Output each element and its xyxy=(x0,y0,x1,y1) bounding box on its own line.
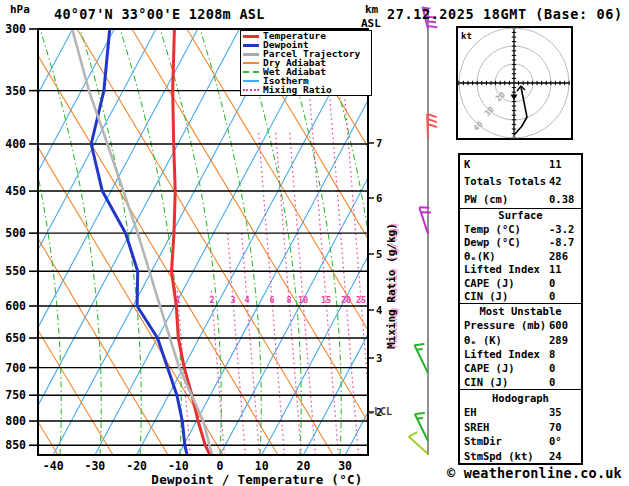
lcl-label: LCL xyxy=(374,406,392,417)
mixing-ratio-value-label: 10 xyxy=(298,295,308,305)
mixing-ratio-value-label: 20 xyxy=(341,295,351,305)
table-row-label: PW (cm) xyxy=(464,193,549,205)
page-title: 40°07'N 33°00'E 1208m ASL xyxy=(54,6,265,22)
table-row-label: CAPE (J) xyxy=(464,362,549,374)
table-row-value: 0 xyxy=(549,362,581,374)
mixing-ratio-value-label: 15 xyxy=(321,295,331,305)
mixing-ratio-axis-label: Mixing Ratio (g/kg) xyxy=(385,223,398,349)
mixing-ratio-value-label: 25 xyxy=(356,295,366,305)
table-section-header: Most Unstable xyxy=(460,305,581,317)
table-row: Lifted Index8 xyxy=(460,348,581,360)
series-line xyxy=(72,29,212,455)
table-row-label: CIN (J) xyxy=(464,290,549,302)
pressure-tick-label: 750 xyxy=(5,388,26,402)
pressure-tick-label: 600 xyxy=(5,299,26,313)
mixing-ratio-value-label: 1 xyxy=(175,295,180,305)
x-axis-title: Dewpoint / Temperature (°C) xyxy=(151,472,362,486)
table-row-value: -8.7 xyxy=(549,236,581,248)
table-row: EH35 xyxy=(460,406,581,418)
table-section-most-unstable: Most UnstablePressure (mb)600θₑ (K)289Li… xyxy=(460,303,581,389)
table-row-label: Temp (°C) xyxy=(464,223,549,235)
km-tick-label: 7 xyxy=(376,137,382,149)
table-row: Pressure (mb)600 xyxy=(460,319,581,331)
table-row-label: StmSpd (kt) xyxy=(464,450,549,462)
table-row-value: 289 xyxy=(549,334,581,346)
hodograph: 203040kt xyxy=(456,26,574,140)
wind-barb xyxy=(415,413,428,441)
legend-swatch-thick xyxy=(243,44,259,47)
mixing-ratio-value-label: 2 xyxy=(209,295,214,305)
barb-full xyxy=(415,413,425,414)
legend-label: Mixing Ratio xyxy=(263,86,332,94)
barb-full xyxy=(414,344,424,345)
barb-half xyxy=(417,349,423,350)
skewt-sounding-app: 3003504004505005506006507007508008501234… xyxy=(0,0,629,486)
legend-swatch-thick xyxy=(243,53,259,56)
table-row-value: 286 xyxy=(549,250,581,262)
table-row-label: EH xyxy=(464,406,549,418)
copyright-label: © weatheronline.co.uk xyxy=(447,465,622,481)
table-row-value: 24 xyxy=(549,450,581,462)
table-row: Dewp (°C)-8.7 xyxy=(460,236,581,248)
table-row-value: 11 xyxy=(549,158,581,170)
dry-adiabat-line xyxy=(0,29,3,455)
table-row-label: Totals Totals xyxy=(464,175,549,187)
km-tick-label: 4 xyxy=(376,304,382,316)
table-row-label: Pressure (mb) xyxy=(464,319,549,331)
table-row-value: 0 xyxy=(549,277,581,289)
x-tick-label: -10 xyxy=(168,459,189,473)
hodograph-unit-label: kt xyxy=(461,31,472,41)
series-parcel-trajectory xyxy=(72,29,212,455)
pressure-tick-label: 350 xyxy=(5,84,26,98)
barb-shaft xyxy=(409,437,428,454)
mixing-ratio-value-label: 4 xyxy=(244,295,249,305)
wind-barb xyxy=(414,344,428,373)
legend-swatch-dashed xyxy=(243,71,259,73)
table-row: PW (cm)0.38 xyxy=(460,193,581,205)
indices-table: K11Totals Totals42PW (cm)0.38SurfaceTemp… xyxy=(458,153,583,465)
table-section: K11Totals Totals42PW (cm)0.38 xyxy=(460,155,581,208)
pressure-tick-label: 450 xyxy=(5,184,26,198)
legend-swatch-dotted xyxy=(243,89,259,91)
table-row-value: 600 xyxy=(549,319,581,331)
table-section-surface: SurfaceTemp (°C)-3.2Dewp (°C)-8.7θₑ(K)28… xyxy=(460,208,581,303)
km-tick-label: 3 xyxy=(376,352,382,364)
km-axis-unit: km xyxy=(365,3,378,16)
x-tick-label: -30 xyxy=(85,459,106,473)
barb-half xyxy=(417,418,423,419)
pressure-tick-label: 850 xyxy=(5,438,26,452)
km-tick-label: 6 xyxy=(376,192,382,204)
table-row-label: CAPE (J) xyxy=(464,277,549,289)
table-row: θₑ (K)289 xyxy=(460,334,581,346)
table-row-value: 0 xyxy=(549,290,581,302)
table-row: θₑ(K)286 xyxy=(460,250,581,262)
table-row: CIN (J)0 xyxy=(460,376,581,388)
wet-adiabat-line xyxy=(400,29,461,455)
pressure-tick-label: 300 xyxy=(5,22,26,36)
wet-adiabat-line xyxy=(40,29,101,455)
table-row-label: θₑ(K) xyxy=(464,250,549,262)
table-row-value: 42 xyxy=(549,175,581,187)
table-section-header: Surface xyxy=(460,209,581,221)
table-row: Totals Totals42 xyxy=(460,175,581,187)
x-tick-label: 10 xyxy=(255,459,269,473)
mixing-ratio-line xyxy=(289,130,315,455)
x-tick-label: 0 xyxy=(217,459,224,473)
x-tick-label: -40 xyxy=(43,459,64,473)
barb-shaft xyxy=(427,114,428,138)
table-row-label: StmDir xyxy=(464,435,549,447)
mixing-ratio-value-label: 8 xyxy=(286,295,291,305)
table-row-value: 35 xyxy=(549,406,581,418)
chart-legend: TemperatureDewpointParcel TrajectoryDry … xyxy=(240,30,372,96)
pressure-tick-label: 700 xyxy=(5,361,26,375)
legend-swatch-thick xyxy=(243,35,259,38)
legend-item: Mixing Ratio xyxy=(243,85,371,94)
pressure-tick-label: 650 xyxy=(5,331,26,345)
x-tick-label: 20 xyxy=(296,459,310,473)
table-row: CAPE (J)0 xyxy=(460,362,581,374)
table-row-value: 8 xyxy=(549,348,581,360)
table-row-label: K xyxy=(464,158,549,170)
barb-full xyxy=(427,26,437,27)
pressure-axis-unit: hPa xyxy=(10,3,30,16)
mixing-ratio-line xyxy=(258,130,284,455)
